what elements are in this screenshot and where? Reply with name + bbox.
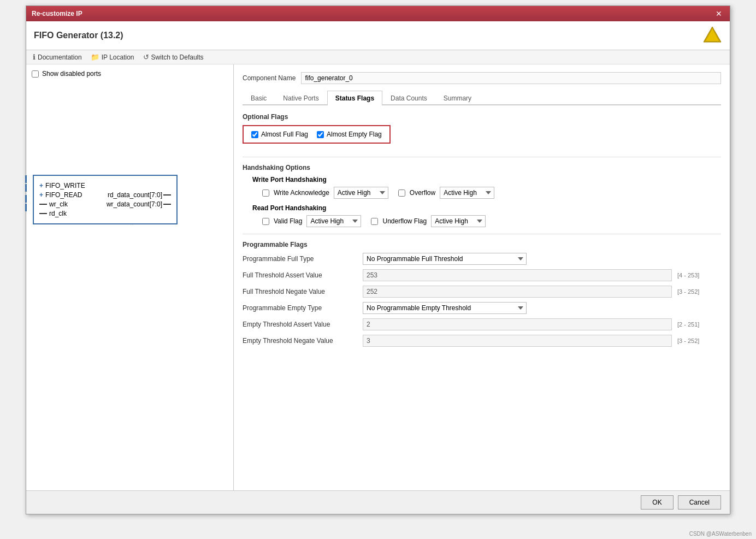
full-assert-row: Full Threshold Assert Value [4 - 253] (243, 269, 721, 281)
component-name-input[interactable] (301, 72, 721, 84)
left-panel: Show disabled ports S (26, 64, 234, 490)
handshaking-section: Handshaking Options Write Port Handshaki… (243, 164, 721, 227)
write-acknowledge-checkbox[interactable] (262, 189, 269, 197)
underflow-flag-select[interactable]: Active High Active Low (431, 215, 486, 227)
port-name-4: rd_clk (49, 210, 67, 217)
almost-empty-flag-label: Almost Empty Flag (327, 131, 382, 138)
full-assert-label: Full Threshold Assert Value (243, 271, 363, 279)
show-disabled-ports-checkbox[interactable] (32, 70, 39, 78)
port-name-3: wr_clk (49, 200, 68, 208)
empty-negate-label: Empty Threshold Negate Value (243, 337, 363, 345)
empty-assert-range: [2 - 251] (677, 321, 721, 328)
switch-to-defaults-link[interactable]: ↺ Switch to Defaults (143, 53, 204, 61)
full-type-row: Programmable Full Type No Programmable F… (243, 253, 721, 265)
schematic-port-row: + FIFO_WRITE (39, 182, 171, 189)
full-type-label: Programmable Full Type (243, 255, 363, 263)
schematic-area: + FIFO_WRITE + FIFO_READ rd_data_count[7… (33, 175, 178, 224)
full-negate-input[interactable] (363, 286, 672, 298)
port-data-3: wr_data_count[7:0] (107, 200, 162, 208)
right-panel: Component Name Basic Native Ports Status… (234, 64, 730, 490)
underflow-flag-label: Underflow Flag (382, 217, 427, 225)
empty-type-select[interactable]: No Programmable Empty Threshold Single P… (363, 302, 527, 314)
component-name-row: Component Name (243, 72, 721, 84)
empty-negate-range: [3 - 252] (677, 337, 721, 344)
write-acknowledge-label: Write Acknowledge (274, 189, 329, 197)
tab-native-ports[interactable]: Native Ports (275, 91, 327, 105)
empty-negate-row: Empty Threshold Negate Value [3 - 252] (243, 335, 721, 347)
window-title: Re-customize IP (32, 10, 82, 17)
documentation-label: Documentation (38, 54, 82, 61)
almost-empty-flag-row: Almost Empty Flag (317, 131, 382, 138)
overflow-label: Overflow (410, 189, 435, 197)
main-window: Re-customize IP ✕ FIFO Generator (13.2) … (26, 5, 730, 514)
port-name-2: FIFO_READ (45, 191, 82, 199)
overflow-checkbox[interactable] (398, 189, 405, 197)
close-button[interactable]: ✕ (713, 9, 724, 18)
programmable-flags-title: Programmable Flags (243, 241, 721, 248)
refresh-icon: ↺ (143, 53, 149, 61)
title-bar: Re-customize IP ✕ (26, 6, 730, 21)
valid-flag-checkbox[interactable] (262, 218, 269, 225)
full-assert-range: [4 - 253] (677, 272, 721, 279)
schematic-port-row-3: wr_clk wr_data_count[7:0] (39, 200, 171, 208)
empty-type-label: Programmable Empty Type (243, 304, 363, 312)
full-assert-input[interactable] (363, 269, 672, 281)
programmable-flags-section: Programmable Flags Programmable Full Typ… (243, 241, 721, 347)
write-port-handshaking: Write Port Handshaking Write Acknowledge… (243, 176, 721, 199)
full-type-select[interactable]: No Programmable Full Threshold Single Pr… (363, 253, 527, 265)
app-logo (702, 26, 722, 45)
port-plus-icon: + (39, 182, 43, 189)
tab-status-flags[interactable]: Status Flags (327, 91, 382, 105)
port-name: FIFO_WRITE (45, 182, 85, 189)
tab-basic[interactable]: Basic (243, 91, 275, 105)
empty-type-row: Programmable Empty Type No Programmable … (243, 302, 721, 314)
main-body: Show disabled ports S (26, 64, 730, 490)
show-disabled-ports-label: Show disabled ports (42, 70, 101, 78)
show-disabled-row: Show disabled ports (32, 70, 228, 78)
handshaking-title: Handshaking Options (243, 164, 721, 171)
documentation-icon: ℹ (33, 53, 36, 61)
optional-flags-box: Almost Full Flag Almost Empty Flag (243, 125, 391, 144)
ip-location-label: IP Location (102, 54, 134, 61)
component-name-label: Component Name (243, 74, 296, 82)
valid-flag-label: Valid Flag (274, 217, 302, 225)
almost-empty-flag-checkbox[interactable] (317, 131, 324, 138)
almost-full-flag-checkbox[interactable] (251, 131, 258, 138)
schematic-port-row-2: + FIFO_READ rd_data_count[7:0] (39, 191, 171, 199)
write-acknowledge-row: Write Acknowledge Active High Active Low… (262, 187, 721, 199)
ip-location-link[interactable]: 📁 IP Location (91, 53, 134, 61)
full-negate-label: Full Threshold Negate Value (243, 288, 363, 295)
tab-summary[interactable]: Summary (435, 91, 480, 105)
documentation-link[interactable]: ℹ Documentation (33, 53, 82, 61)
read-port-title: Read Port Handshaking (252, 204, 721, 212)
port-plus-icon-2: + (39, 191, 43, 199)
schematic-port-row-4: rd_clk (39, 210, 171, 217)
read-port-handshaking: Read Port Handshaking Valid Flag Active … (243, 204, 721, 227)
schematic-box: + FIFO_WRITE + FIFO_READ rd_data_count[7… (33, 175, 178, 224)
valid-flag-select[interactable]: Active High Active Low (306, 215, 361, 227)
overflow-select[interactable]: Active High Active Low (440, 187, 494, 199)
app-header: FIFO Generator (13.2) (26, 21, 730, 50)
tab-data-counts[interactable]: Data Counts (382, 91, 435, 105)
almost-full-flag-label: Almost Full Flag (261, 131, 308, 138)
toolbar: ℹ Documentation 📁 IP Location ↺ Switch t… (26, 50, 730, 64)
cancel-button[interactable]: Cancel (678, 495, 721, 510)
full-negate-row: Full Threshold Negate Value [3 - 252] (243, 286, 721, 298)
write-acknowledge-select[interactable]: Active High Active Low (334, 187, 388, 199)
empty-assert-label: Empty Threshold Assert Value (243, 321, 363, 328)
switch-to-defaults-label: Switch to Defaults (151, 54, 204, 61)
underflow-flag-checkbox[interactable] (371, 218, 378, 225)
tabs: Basic Native Ports Status Flags Data Cou… (243, 91, 721, 105)
full-negate-range: [3 - 252] (677, 288, 721, 295)
empty-negate-input[interactable] (363, 335, 672, 347)
optional-flags-title: Optional Flags (243, 113, 721, 121)
footer: OK Cancel (26, 490, 730, 514)
almost-full-flag-row: Almost Full Flag (251, 131, 308, 138)
optional-flags-section: Optional Flags Almost Full Flag Almost E… (243, 113, 721, 150)
valid-flag-row: Valid Flag Active High Active Low Underf… (262, 215, 721, 227)
port-data-2: rd_data_count[7:0] (108, 191, 162, 199)
ok-button[interactable]: OK (641, 495, 673, 510)
empty-assert-input[interactable] (363, 318, 672, 330)
empty-assert-row: Empty Threshold Assert Value [2 - 251] (243, 318, 721, 330)
write-port-title: Write Port Handshaking (252, 176, 721, 183)
